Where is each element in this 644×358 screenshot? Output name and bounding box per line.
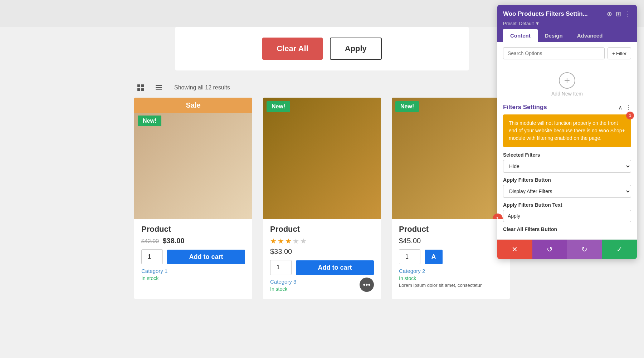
new-badge: New! [138,116,161,126]
list-view-button[interactable] [152,81,165,94]
filter-button[interactable]: + Filter [608,47,631,59]
panel-header: Woo Products Filters Settin... ⊕ ⊞ ⋮ Pre… [497,5,637,42]
add-to-cart-button[interactable]: Add to cart [167,250,245,264]
category-link[interactable]: Category 1 [141,268,245,274]
clear-all-filters-button-label: Clear All Filters Button [503,226,631,232]
settings-panel: Woo Products Filters Settin... ⊕ ⊞ ⋮ Pre… [497,5,637,259]
filters-settings-section: Filters Settings ∧ ⋮ This module will no… [503,104,631,232]
apply-filters-button-text-input[interactable] [503,210,631,222]
search-options-input[interactable] [503,47,605,59]
product-description: Lorem ipsum dolor sit amet, consectetur [399,283,503,288]
panel-footer: ✕ ↺ ↻ ✓ [497,239,637,259]
new-badge: New! [395,101,419,112]
save-button[interactable]: ✓ [602,240,637,259]
price-regular: $45.00 [399,237,503,245]
layout-icon[interactable]: ⊞ [616,10,621,18]
product-image: New! 1 [392,98,510,219]
settings-icon[interactable]: ⊕ [607,10,612,18]
product-title: Product [399,225,503,234]
add-to-cart-row: Add to cart [270,260,374,275]
apply-filters-button-text-label: Apply Filters Button Text [503,202,631,208]
svg-rect-2 [137,88,140,91]
section-title: Filters Settings [503,104,547,111]
panel-header-icons: ⊕ ⊞ ⋮ [607,10,631,18]
stock-status: In stock [141,275,245,281]
product-card: New! 1 Product $45.00 A Category 2 In st… [392,98,510,299]
add-to-cart-button[interactable]: A [425,250,443,264]
section-more-icon[interactable]: ⋮ [625,104,631,111]
grid-icon [136,83,145,92]
category-link[interactable]: Category 3 [270,279,374,285]
add-new-label: Add New Item [551,91,583,97]
star-rating: ★ ★ ★ ★ ★ [270,237,374,245]
list-icon [155,83,163,92]
price-regular: $33.00 [270,247,374,256]
star-1: ★ [270,237,277,245]
add-new-item-button[interactable]: + Add New Item [503,65,631,104]
svg-rect-0 [137,84,140,87]
sale-badge: Sale [134,98,252,113]
view-controls: Showing all 12 results [134,81,510,94]
svg-rect-1 [141,84,144,87]
panel-body: + Filter + Add New Item Filters Settings… [497,42,637,239]
warning-count-badge: 1 [626,112,634,119]
redo-button[interactable]: ↻ [567,240,602,259]
price-sale: $38.00 [162,237,184,245]
collapse-icon[interactable]: ∧ [618,104,623,111]
panel-title-row: Woo Products Filters Settin... ⊕ ⊞ ⋮ [503,10,631,18]
price-row: $42.00 $38.00 [141,237,245,245]
quantity-input[interactable] [270,260,292,275]
stock-status: In stock [270,286,374,292]
product-image: New! [263,98,381,219]
undo-button[interactable]: ↺ [532,240,567,259]
product-info: Product $45.00 A Category 2 In stock Lor… [392,219,510,295]
tab-content[interactable]: Content [503,29,538,42]
section-icons: ∧ ⋮ [618,104,631,111]
search-filter-row: + Filter [503,47,631,59]
apply-filters-select[interactable]: Display After Filters Display Before Fil… [503,185,631,198]
warning-box: This module will not function properly o… [503,114,631,147]
panel-preset[interactable]: Preset: Default ▼ [503,21,631,26]
add-to-cart-row: A [399,249,503,264]
product-title: Product [270,225,374,234]
svg-rect-5 [156,87,162,88]
apply-filters-button-label: Apply Filters Button [503,177,631,183]
grid-view-button[interactable] [134,81,147,94]
svg-rect-3 [141,88,144,91]
add-new-circle-icon: + [559,72,575,89]
delete-button[interactable]: ✕ [497,240,532,259]
section-header: Filters Settings ∧ ⋮ [503,104,631,111]
star-3: ★ [285,237,292,245]
tab-advanced[interactable]: Advanced [570,29,610,42]
more-options-button[interactable]: ••• [360,278,374,292]
price-original: $42.00 [141,238,159,244]
product-card: New! Product ★ ★ ★ ★ ★ $33.00 Add to car… [263,98,381,299]
more-icon[interactable]: ⋮ [625,10,631,18]
svg-rect-6 [156,89,162,90]
new-badge: New! [267,101,290,112]
quantity-input[interactable] [141,249,163,264]
quantity-input[interactable] [399,249,420,264]
product-card: Sale New! Product $42.00 $38.00 Add to c… [134,98,252,299]
panel-tabs: Content Design Advanced [503,29,631,42]
star-4: ★ [293,237,299,245]
panel-title: Woo Products Filters Settin... [503,10,607,18]
product-image: Sale New! [134,98,252,219]
add-to-cart-button[interactable]: Add to cart [296,260,374,275]
selected-filters-label: Selected Filters [503,152,631,158]
stock-status: In stock [399,275,503,281]
results-text: Showing all 12 results [174,84,230,91]
clear-all-button[interactable]: Clear All [262,38,322,60]
svg-rect-4 [156,85,162,86]
product-info: Product $42.00 $38.00 Add to cart Catego… [134,219,252,288]
filter-bar: Clear All Apply [175,27,469,70]
add-to-cart-row: Add to cart [141,249,245,264]
apply-button[interactable]: Apply [330,38,382,60]
selected-filters-select[interactable]: Hide Show [503,160,631,173]
star-2: ★ [278,237,284,245]
products-grid: Sale New! Product $42.00 $38.00 Add to c… [134,98,510,313]
star-5: ★ [300,237,307,245]
tab-design[interactable]: Design [538,29,570,42]
category-link[interactable]: Category 2 [399,268,503,274]
product-title: Product [141,225,245,234]
